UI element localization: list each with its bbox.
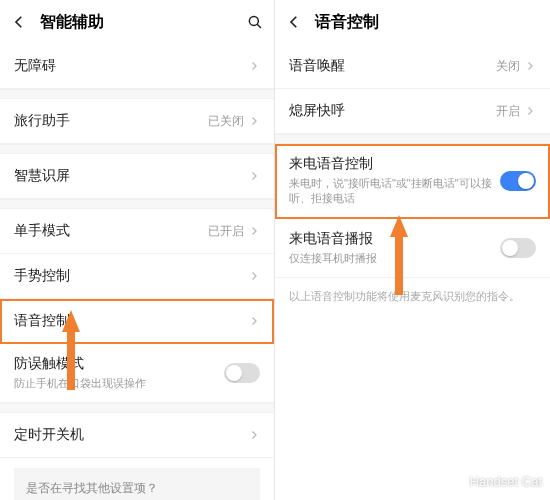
section-divider [0,403,274,413]
chevron-right-icon [248,315,260,327]
row-sublabel: 防止手机在口袋出现误操作 [14,376,224,391]
row-sublabel: 来电时，说"接听电话"或"挂断电话"可以接听、拒接电话 [289,176,500,207]
settings-list-right: 语音唤醒 关闭 熄屏快呼 开启 来电语音控制 来电时，说"接听电话"或"挂断电话… [275,44,550,278]
chevron-right-icon [524,60,536,72]
chevron-right-icon [248,170,260,182]
row-voice-wakeup[interactable]: 语音唤醒 关闭 [275,44,550,89]
hint-box: 是否在寻找其他设置项？ 系统导航方式 [14,468,260,500]
row-gesture-control[interactable]: 手势控制 [0,254,274,299]
row-label: 语音唤醒 [289,57,496,75]
row-label: 定时开关机 [14,426,248,444]
row-status: 已开启 [208,223,244,240]
toggle-incoming-call-voice[interactable] [500,171,536,191]
settings-list-left: 无障碍 旅行助手 已关闭 智慧识屏 单手模式 已开启 手势控制 [0,44,274,458]
chevron-right-icon [248,115,260,127]
row-mistouch-prevention[interactable]: 防误触模式 防止手机在口袋出现误操作 [0,344,274,403]
annotation-arrow-left [62,310,80,332]
row-incoming-call-voice-control[interactable]: 来电语音控制 来电时，说"接听电话"或"挂断电话"可以接听、拒接电话 [275,144,550,219]
row-label: 智慧识屏 [14,167,248,185]
chevron-right-icon [248,270,260,282]
header-right: 语音控制 [275,0,550,44]
row-label: 防误触模式 [14,355,224,373]
row-label: 熄屏快呼 [289,102,496,120]
toggle-incoming-call-announce[interactable] [500,238,536,258]
svg-point-0 [249,16,258,25]
row-incoming-call-announce[interactable]: 来电语音播报 仅连接耳机时播报 [275,219,550,278]
watermark: Handset Cat [438,468,542,494]
row-label: 手势控制 [14,267,248,285]
page-title-right: 语音控制 [315,12,540,33]
watermark-text: Handset Cat [470,474,542,489]
row-travel-assistant[interactable]: 旅行助手 已关闭 [0,99,274,144]
row-accessibility[interactable]: 无障碍 [0,44,274,89]
annotation-arrow-right [390,215,408,237]
chevron-right-icon [248,429,260,441]
pane-smart-assistance: 智能辅助 无障碍 旅行助手 已关闭 智慧识屏 单手模式 [0,0,275,500]
section-divider [275,134,550,144]
pane-voice-control: 语音控制 语音唤醒 关闭 熄屏快呼 开启 来电语音控制 来电时，说"接听电话"或… [275,0,550,500]
chevron-right-icon [248,60,260,72]
section-divider [0,199,274,209]
row-label: 无障碍 [14,57,248,75]
row-smart-screen[interactable]: 智慧识屏 [0,154,274,199]
row-label: 单手模式 [14,222,208,240]
search-icon[interactable] [246,13,264,31]
section-divider [0,144,274,154]
row-status: 开启 [496,103,520,120]
header-left: 智能辅助 [0,0,274,44]
row-status: 已关闭 [208,113,244,130]
row-voice-control[interactable]: 语音控制 [0,299,274,344]
watermark-icon [438,468,464,494]
hint-question: 是否在寻找其他设置项？ [26,480,248,497]
section-divider [0,89,274,99]
footnote: 以上语音控制功能将使用麦克风识别您的指令。 [275,278,550,315]
row-scheduled-power[interactable]: 定时开关机 [0,413,274,458]
row-screen-off-quick-call[interactable]: 熄屏快呼 开启 [275,89,550,134]
row-label: 语音控制 [14,312,248,330]
page-title-left: 智能辅助 [40,12,234,33]
back-icon[interactable] [10,13,28,31]
back-icon[interactable] [285,13,303,31]
row-one-hand-mode[interactable]: 单手模式 已开启 [0,209,274,254]
chevron-right-icon [524,105,536,117]
row-label: 来电语音控制 [289,155,500,173]
row-label: 旅行助手 [14,112,208,130]
chevron-right-icon [248,225,260,237]
row-status: 关闭 [496,58,520,75]
toggle-mistouch[interactable] [224,363,260,383]
